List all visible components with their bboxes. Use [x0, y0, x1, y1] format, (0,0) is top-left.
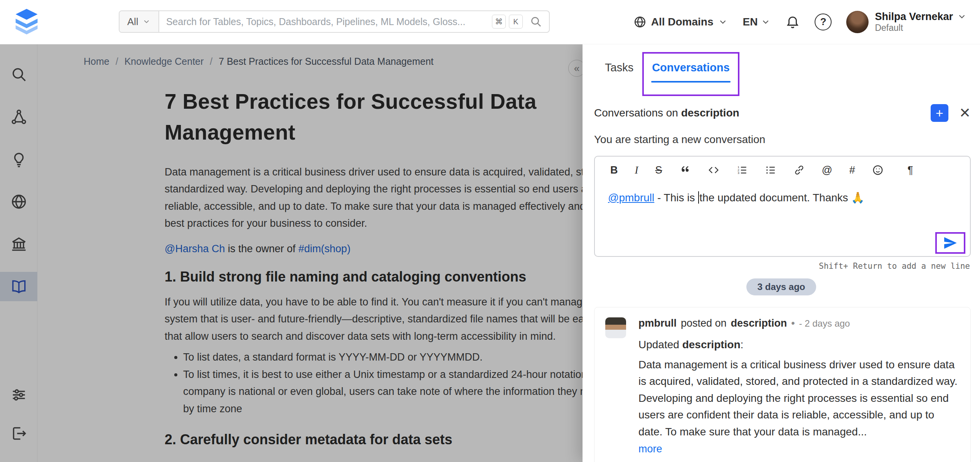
- feed-update-prefix: Updated: [638, 339, 682, 351]
- bullet-list-icon[interactable]: [765, 164, 776, 176]
- domains-label: All Domains: [651, 16, 714, 28]
- search-input[interactable]: [159, 16, 492, 27]
- chevron-down-icon: [142, 17, 151, 26]
- panel-title-prefix: Conversations on: [594, 107, 681, 119]
- editor-hint: Shift+ Return to add a new line: [583, 261, 970, 271]
- bold-icon[interactable]: B: [610, 165, 618, 175]
- add-conversation-button[interactable]: +: [931, 104, 948, 122]
- app-logo[interactable]: [12, 8, 42, 36]
- feed-update-suffix: :: [741, 339, 744, 351]
- language-label: EN: [743, 16, 758, 28]
- hashtag-icon[interactable]: #: [849, 165, 855, 175]
- italic-icon[interactable]: I: [635, 165, 638, 175]
- feed-author[interactable]: pmbrull: [638, 317, 677, 329]
- language-selector[interactable]: EN: [743, 16, 771, 28]
- feed-body: pmbrull posted on description • - 2 days…: [638, 317, 960, 455]
- search-scope-label: All: [127, 16, 138, 28]
- workspace: Home / Knowledge Center / 7 Best Practic…: [0, 44, 980, 462]
- feed-meta: pmbrull posted on description • - 2 days…: [638, 317, 960, 329]
- blockquote-icon[interactable]: [679, 164, 691, 176]
- search-icon[interactable]: [530, 15, 542, 28]
- panel-header-row: Conversations on description + ✕: [594, 104, 971, 122]
- globe-icon: [633, 15, 647, 29]
- message-editor[interactable]: B I S 123: [594, 156, 971, 257]
- search-scope-dropdown[interactable]: All: [120, 11, 159, 32]
- help-icon: ?: [820, 16, 826, 28]
- feed-action: posted on: [681, 317, 727, 329]
- new-conversation-note: You are starting a new conversation: [594, 133, 971, 146]
- user-menu[interactable]: Shilpa Vernekar Default: [846, 10, 967, 34]
- annotation-box-send: [935, 232, 965, 254]
- panel-title-field: description: [681, 107, 739, 119]
- k-keycap: K: [509, 15, 523, 29]
- feed-field: description: [731, 317, 787, 329]
- editor-text[interactable]: @pmbrull - This is the updated document.…: [595, 176, 970, 204]
- mention-icon[interactable]: @: [822, 165, 832, 175]
- text-cursor: [698, 191, 699, 204]
- user-info: Shilpa Vernekar Default: [875, 10, 967, 34]
- feed-update-line: Updated description:: [638, 339, 960, 351]
- chevron-down-icon: [761, 17, 771, 27]
- chevron-down-icon: [957, 12, 967, 22]
- header-actions: All Domains EN ? Shilpa Vernekar Default: [633, 10, 980, 34]
- global-search: All ⌘ K: [119, 10, 550, 33]
- editor-message-before: - This is: [654, 192, 698, 204]
- editor-message-after: the updated document. Thanks 🙏: [699, 192, 864, 204]
- emoji-icon[interactable]: [872, 164, 884, 176]
- send-button[interactable]: [943, 235, 958, 251]
- panel-tabs: Tasks Conversations: [583, 44, 980, 80]
- code-block-icon[interactable]: [708, 164, 719, 176]
- close-panel-button[interactable]: ✕: [959, 105, 971, 121]
- feed-dot: •: [791, 317, 795, 329]
- tab-tasks[interactable]: Tasks: [605, 61, 633, 80]
- feed-text: Data management is a critical business d…: [638, 356, 960, 440]
- user-avatar: [846, 11, 869, 33]
- time-separator: 3 days ago: [583, 278, 980, 295]
- plus-icon: +: [936, 106, 943, 120]
- feed-item[interactable]: pmbrull posted on description • - 2 days…: [594, 307, 971, 462]
- time-separator-pill: 3 days ago: [746, 278, 816, 295]
- feed-timestamp: - 2 days ago: [799, 318, 850, 329]
- editor-toolbar: B I S 123: [595, 157, 970, 176]
- chevron-down-icon: [718, 17, 728, 27]
- cmd-keycap: ⌘: [492, 15, 506, 29]
- notifications-bell-icon[interactable]: [785, 15, 800, 29]
- tab-conversations[interactable]: Conversations: [652, 61, 729, 80]
- top-header: All ⌘ K All Domains EN ?: [0, 0, 980, 44]
- panel-title: Conversations on description: [594, 107, 739, 119]
- strikethrough-icon[interactable]: S: [655, 165, 662, 175]
- ordered-list-icon[interactable]: 123: [736, 164, 748, 176]
- link-icon[interactable]: [793, 164, 805, 176]
- activity-panel: Tasks Conversations Conversations on des…: [583, 44, 980, 462]
- pmbrull-avatar: [605, 317, 626, 338]
- user-team: Default: [875, 23, 967, 34]
- more-link[interactable]: more: [638, 443, 662, 455]
- paragraph-icon[interactable]: ¶: [908, 165, 913, 175]
- svg-text:3: 3: [738, 171, 739, 175]
- editor-mention-link[interactable]: @pmbrull: [608, 192, 654, 204]
- app-root: All ⌘ K All Domains EN ?: [0, 0, 980, 462]
- feed-update-field: description: [682, 339, 741, 351]
- close-icon: ✕: [959, 105, 971, 121]
- help-button[interactable]: ?: [815, 13, 832, 30]
- domains-selector[interactable]: All Domains: [633, 15, 728, 29]
- user-name: Shilpa Vernekar: [875, 10, 953, 23]
